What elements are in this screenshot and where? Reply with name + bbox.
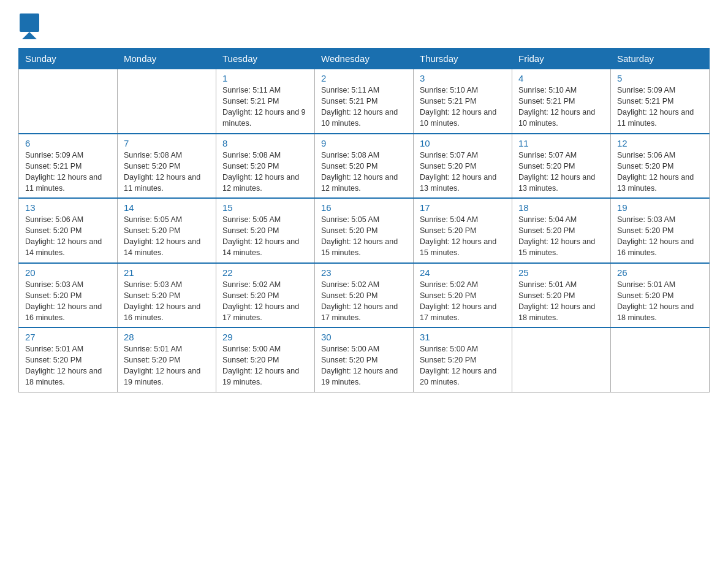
calendar-cell: 14Sunrise: 5:05 AM Sunset: 5:20 PM Dayli… (118, 198, 216, 263)
day-info: Sunrise: 5:02 AM Sunset: 5:20 PM Dayligh… (222, 280, 299, 322)
calendar-week-row: 1Sunrise: 5:11 AM Sunset: 5:21 PM Daylig… (19, 69, 710, 134)
calendar-cell: 13Sunrise: 5:06 AM Sunset: 5:20 PM Dayli… (19, 198, 118, 263)
day-info: Sunrise: 5:10 AM Sunset: 5:21 PM Dayligh… (420, 86, 496, 128)
calendar-cell: 21Sunrise: 5:03 AM Sunset: 5:20 PM Dayli… (118, 263, 216, 328)
calendar-cell: 20Sunrise: 5:03 AM Sunset: 5:20 PM Dayli… (19, 263, 118, 328)
day-number: 21 (124, 267, 210, 278)
page-header (18, 12, 710, 42)
day-info: Sunrise: 5:07 AM Sunset: 5:20 PM Dayligh… (518, 151, 595, 193)
day-number: 8 (222, 138, 308, 148)
day-number: 6 (25, 138, 111, 148)
calendar-cell: 23Sunrise: 5:02 AM Sunset: 5:20 PM Dayli… (315, 263, 414, 328)
day-info: Sunrise: 5:01 AM Sunset: 5:20 PM Dayligh… (617, 280, 694, 322)
day-info: Sunrise: 5:00 AM Sunset: 5:20 PM Dayligh… (321, 345, 398, 386)
day-info: Sunrise: 5:02 AM Sunset: 5:20 PM Dayligh… (420, 280, 496, 322)
calendar-cell: 24Sunrise: 5:02 AM Sunset: 5:20 PM Dayli… (414, 263, 512, 328)
weekday-header-tuesday: Tuesday (216, 48, 315, 69)
calendar-cell: 22Sunrise: 5:02 AM Sunset: 5:20 PM Dayli… (216, 263, 315, 328)
svg-rect-0 (20, 13, 39, 32)
day-info: Sunrise: 5:11 AM Sunset: 5:21 PM Dayligh… (222, 86, 306, 128)
day-info: Sunrise: 5:09 AM Sunset: 5:21 PM Dayligh… (617, 86, 694, 128)
day-number: 5 (617, 73, 703, 83)
day-number: 26 (617, 267, 703, 278)
calendar-cell: 19Sunrise: 5:03 AM Sunset: 5:20 PM Dayli… (611, 198, 710, 263)
day-number: 17 (420, 202, 506, 213)
calendar-cell: 8Sunrise: 5:08 AM Sunset: 5:20 PM Daylig… (216, 134, 315, 199)
calendar-cell: 5Sunrise: 5:09 AM Sunset: 5:21 PM Daylig… (611, 69, 710, 134)
calendar-cell: 6Sunrise: 5:09 AM Sunset: 5:21 PM Daylig… (19, 134, 118, 199)
calendar-cell: 9Sunrise: 5:08 AM Sunset: 5:20 PM Daylig… (315, 134, 414, 199)
logo (18, 12, 43, 42)
calendar-cell: 11Sunrise: 5:07 AM Sunset: 5:20 PM Dayli… (512, 134, 611, 199)
day-info: Sunrise: 5:08 AM Sunset: 5:20 PM Dayligh… (222, 151, 299, 193)
calendar-cell: 25Sunrise: 5:01 AM Sunset: 5:20 PM Dayli… (512, 263, 611, 328)
calendar-cell: 4Sunrise: 5:10 AM Sunset: 5:21 PM Daylig… (512, 69, 611, 134)
day-number: 16 (321, 202, 407, 213)
calendar-cell: 7Sunrise: 5:08 AM Sunset: 5:20 PM Daylig… (118, 134, 216, 199)
calendar-cell: 2Sunrise: 5:11 AM Sunset: 5:21 PM Daylig… (315, 69, 414, 134)
logo-icon (18, 12, 40, 42)
day-number: 25 (518, 267, 604, 278)
day-number: 9 (321, 138, 407, 148)
calendar-week-row: 6Sunrise: 5:09 AM Sunset: 5:21 PM Daylig… (19, 134, 710, 199)
day-info: Sunrise: 5:09 AM Sunset: 5:21 PM Dayligh… (25, 151, 102, 193)
day-number: 18 (518, 202, 604, 213)
day-number: 11 (518, 138, 604, 148)
calendar-cell (19, 69, 118, 134)
day-number: 23 (321, 267, 407, 278)
day-info: Sunrise: 5:03 AM Sunset: 5:20 PM Dayligh… (124, 280, 200, 322)
calendar-cell: 18Sunrise: 5:04 AM Sunset: 5:20 PM Dayli… (512, 198, 611, 263)
day-number: 19 (617, 202, 703, 213)
day-info: Sunrise: 5:04 AM Sunset: 5:20 PM Dayligh… (420, 215, 496, 257)
calendar-cell (611, 327, 710, 392)
calendar-week-row: 27Sunrise: 5:01 AM Sunset: 5:20 PM Dayli… (19, 327, 710, 392)
day-number: 14 (124, 202, 210, 213)
calendar-week-row: 20Sunrise: 5:03 AM Sunset: 5:20 PM Dayli… (19, 263, 710, 328)
day-number: 24 (420, 267, 506, 278)
day-info: Sunrise: 5:08 AM Sunset: 5:20 PM Dayligh… (321, 151, 398, 193)
calendar-cell: 29Sunrise: 5:00 AM Sunset: 5:20 PM Dayli… (216, 327, 315, 392)
day-info: Sunrise: 5:05 AM Sunset: 5:20 PM Dayligh… (222, 215, 299, 257)
day-number: 12 (617, 138, 703, 148)
calendar-cell (118, 69, 216, 134)
day-number: 30 (321, 332, 407, 342)
weekday-header-sunday: Sunday (19, 48, 118, 69)
day-number: 29 (222, 332, 308, 342)
day-number: 28 (124, 332, 210, 342)
calendar-cell (512, 327, 611, 392)
day-number: 2 (321, 73, 407, 83)
calendar-cell: 26Sunrise: 5:01 AM Sunset: 5:20 PM Dayli… (611, 263, 710, 328)
day-info: Sunrise: 5:03 AM Sunset: 5:20 PM Dayligh… (25, 280, 102, 322)
day-number: 10 (420, 138, 506, 148)
calendar-cell: 30Sunrise: 5:00 AM Sunset: 5:20 PM Dayli… (315, 327, 414, 392)
day-number: 20 (25, 267, 111, 278)
day-info: Sunrise: 5:04 AM Sunset: 5:20 PM Dayligh… (518, 215, 595, 257)
day-info: Sunrise: 5:01 AM Sunset: 5:20 PM Dayligh… (25, 345, 102, 386)
day-info: Sunrise: 5:07 AM Sunset: 5:20 PM Dayligh… (420, 151, 496, 193)
day-info: Sunrise: 5:02 AM Sunset: 5:20 PM Dayligh… (321, 280, 398, 322)
day-info: Sunrise: 5:03 AM Sunset: 5:20 PM Dayligh… (617, 215, 694, 257)
day-info: Sunrise: 5:11 AM Sunset: 5:21 PM Dayligh… (321, 86, 398, 128)
calendar-cell: 17Sunrise: 5:04 AM Sunset: 5:20 PM Dayli… (414, 198, 512, 263)
day-info: Sunrise: 5:06 AM Sunset: 5:20 PM Dayligh… (25, 215, 102, 257)
day-number: 3 (420, 73, 506, 83)
calendar-cell: 3Sunrise: 5:10 AM Sunset: 5:21 PM Daylig… (414, 69, 512, 134)
day-number: 13 (25, 202, 111, 213)
svg-marker-1 (22, 32, 37, 39)
weekday-header-monday: Monday (118, 48, 216, 69)
weekday-header-row: SundayMondayTuesdayWednesdayThursdayFrid… (19, 48, 710, 69)
calendar-cell: 12Sunrise: 5:06 AM Sunset: 5:20 PM Dayli… (611, 134, 710, 199)
calendar-cell: 1Sunrise: 5:11 AM Sunset: 5:21 PM Daylig… (216, 69, 315, 134)
weekday-header-thursday: Thursday (414, 48, 512, 69)
day-number: 15 (222, 202, 308, 213)
day-number: 1 (222, 73, 308, 83)
calendar-cell: 31Sunrise: 5:00 AM Sunset: 5:20 PM Dayli… (414, 327, 512, 392)
calendar-cell: 28Sunrise: 5:01 AM Sunset: 5:20 PM Dayli… (118, 327, 216, 392)
calendar-cell: 16Sunrise: 5:05 AM Sunset: 5:20 PM Dayli… (315, 198, 414, 263)
day-number: 31 (420, 332, 506, 342)
day-info: Sunrise: 5:06 AM Sunset: 5:20 PM Dayligh… (617, 151, 694, 193)
day-info: Sunrise: 5:01 AM Sunset: 5:20 PM Dayligh… (518, 280, 595, 322)
calendar-table: SundayMondayTuesdayWednesdayThursdayFrid… (18, 48, 710, 393)
calendar-cell: 15Sunrise: 5:05 AM Sunset: 5:20 PM Dayli… (216, 198, 315, 263)
calendar-cell: 10Sunrise: 5:07 AM Sunset: 5:20 PM Dayli… (414, 134, 512, 199)
